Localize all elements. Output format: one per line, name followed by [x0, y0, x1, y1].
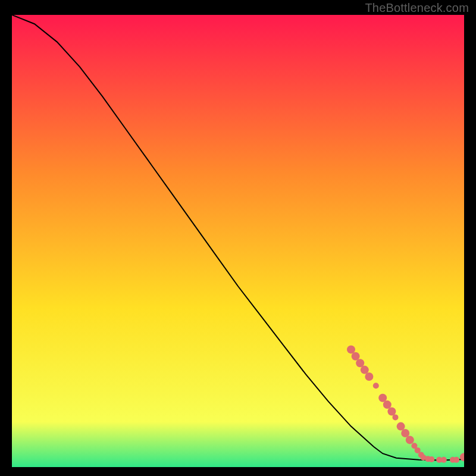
highlight-point: [401, 429, 409, 437]
highlight-point: [352, 352, 360, 361]
chart-background: [12, 15, 464, 467]
highlight-point: [365, 372, 373, 381]
highlight-point: [361, 366, 369, 374]
highlight-point: [453, 457, 459, 463]
highlight-point: [378, 394, 387, 402]
highlight-point: [441, 457, 447, 463]
chart-svg: [12, 15, 464, 467]
highlight-point: [347, 345, 355, 353]
chart-stage: TheBottleneck.com: [0, 0, 476, 476]
highlight-point: [383, 400, 392, 409]
highlight-point: [387, 408, 396, 416]
highlight-point: [392, 414, 398, 420]
attribution-label: TheBottleneck.com: [365, 1, 469, 15]
chart-plot: [12, 15, 464, 467]
highlight-point: [373, 383, 379, 389]
highlight-point: [406, 436, 414, 444]
highlight-point: [428, 456, 434, 462]
highlight-point: [397, 422, 405, 431]
highlight-point: [356, 359, 364, 367]
